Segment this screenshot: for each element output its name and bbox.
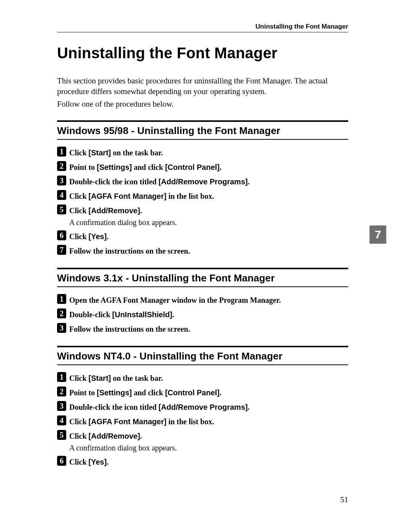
step-text: Click [Yes]. <box>69 456 108 467</box>
step-5: 5 Click [Add/Remove]. <box>57 204 348 216</box>
step-badge-icon: 3 <box>57 401 66 411</box>
step-text: Double-click the icon titled [Add/Remove… <box>69 176 250 187</box>
intro-paragraph: This section provides basic procedures f… <box>57 75 348 97</box>
step-text: Double-click the icon titled [Add/Remove… <box>69 401 250 412</box>
section-winnt40: Windows NT4.0 - Uninstalling the Font Ma… <box>57 346 348 467</box>
step-text: Point to [Settings] and click [Control P… <box>69 161 221 173</box>
step-text: Click [Add/Remove]. <box>69 204 142 216</box>
step-3: 3 Follow the instructions on the screen. <box>57 323 348 334</box>
step-badge-icon: 6 <box>57 230 66 240</box>
step-badge-icon: 3 <box>57 176 66 185</box>
step-4: 4 Click [AGFA Font Manager] in the list … <box>57 415 348 427</box>
rule-bottom <box>57 364 348 365</box>
step-6: 6 Click [Yes]. <box>57 456 348 467</box>
step-subtext: A confirmation dialog box appears. <box>69 217 348 227</box>
rule-top <box>57 268 348 269</box>
step-text: Double-click [UnInstallShield]. <box>69 308 174 320</box>
page-number: 51 <box>340 495 348 505</box>
step-subtext: A confirmation dialog box appears. <box>69 443 348 453</box>
running-head: Uninstalling the Font Manager <box>57 23 348 32</box>
step-badge-icon: 6 <box>57 456 66 466</box>
section-heading-winnt40: Windows NT4.0 - Uninstalling the Font Ma… <box>57 350 348 362</box>
section-win9598: Windows 95/98 - Uninstalling the Font Ma… <box>57 120 348 256</box>
rule-bottom <box>57 139 348 140</box>
step-badge-icon: 4 <box>57 415 66 425</box>
rule-top <box>57 120 348 122</box>
step-badge-icon: 3 <box>57 323 66 333</box>
follow-paragraph: Follow one of the procedures below. <box>57 99 348 109</box>
step-5: 5 Click [Add/Remove]. <box>57 430 348 441</box>
step-badge-icon: 4 <box>57 190 66 200</box>
section-win31x: Windows 3.1x - Uninstalling the Font Man… <box>57 268 348 334</box>
step-text: Follow the instructions on the screen. <box>69 245 190 256</box>
step-7: 7 Follow the instructions on the screen. <box>57 245 348 256</box>
page: Uninstalling the Font Manager Uninstalli… <box>0 0 411 532</box>
step-badge-icon: 1 <box>57 147 66 157</box>
step-1: 1 Open the AGFA Font Manager window in t… <box>57 294 348 305</box>
steps-win31x: 1 Open the AGFA Font Manager window in t… <box>57 294 348 334</box>
step-text: Open the AGFA Font Manager window in the… <box>69 294 281 305</box>
step-text: Click [AGFA Font Manager] in the list bo… <box>69 190 214 201</box>
step-badge-icon: 2 <box>57 161 66 171</box>
step-text: Click [AGFA Font Manager] in the list bo… <box>69 415 214 427</box>
step-badge-icon: 2 <box>57 308 66 318</box>
step-text: Click [Start] on the task bar. <box>69 372 163 383</box>
step-badge-icon: 5 <box>57 204 66 214</box>
step-6: 6 Click [Yes]. <box>57 230 348 242</box>
step-badge-icon: 2 <box>57 387 66 396</box>
step-badge-icon: 7 <box>57 245 66 255</box>
section-heading-win9598: Windows 95/98 - Uninstalling the Font Ma… <box>57 125 348 137</box>
step-1: 1 Click [Start] on the task bar. <box>57 147 348 158</box>
step-badge-icon: 1 <box>57 294 66 304</box>
step-1: 1 Click [Start] on the task bar. <box>57 372 348 383</box>
step-2: 2 Point to [Settings] and click [Control… <box>57 387 348 398</box>
step-3: 3 Double-click the icon titled [Add/Remo… <box>57 176 348 187</box>
step-text: Point to [Settings] and click [Control P… <box>69 387 221 398</box>
steps-winnt40: 1 Click [Start] on the task bar. 2 Point… <box>57 372 348 467</box>
step-text: Click [Yes]. <box>69 230 108 242</box>
step-text: Click [Start] on the task bar. <box>69 147 163 158</box>
step-text: Click [Add/Remove]. <box>69 430 142 441</box>
section-heading-win31x: Windows 3.1x - Uninstalling the Font Man… <box>57 272 348 284</box>
step-3: 3 Double-click the icon titled [Add/Remo… <box>57 401 348 412</box>
step-2: 2 Point to [Settings] and click [Control… <box>57 161 348 173</box>
step-4: 4 Click [AGFA Font Manager] in the list … <box>57 190 348 201</box>
step-text: Follow the instructions on the screen. <box>69 323 190 334</box>
chapter-tab: 7 <box>370 225 386 244</box>
step-badge-icon: 1 <box>57 372 66 382</box>
step-2: 2 Double-click [UnInstallShield]. <box>57 308 348 320</box>
rule-bottom <box>57 286 348 287</box>
rule-top <box>57 346 348 347</box>
step-badge-icon: 5 <box>57 430 66 440</box>
page-title: Uninstalling the Font Manager <box>57 45 348 62</box>
steps-win9598: 1 Click [Start] on the task bar. 2 Point… <box>57 147 348 256</box>
